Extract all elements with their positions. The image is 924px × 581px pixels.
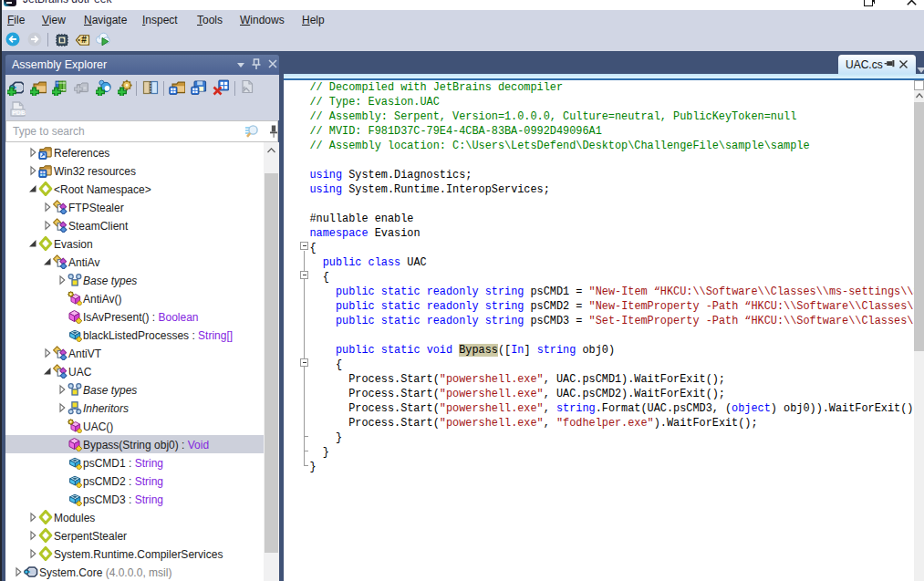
svg-text:PDB: PDB: [12, 109, 26, 116]
svg-text:#: #: [81, 35, 87, 45]
